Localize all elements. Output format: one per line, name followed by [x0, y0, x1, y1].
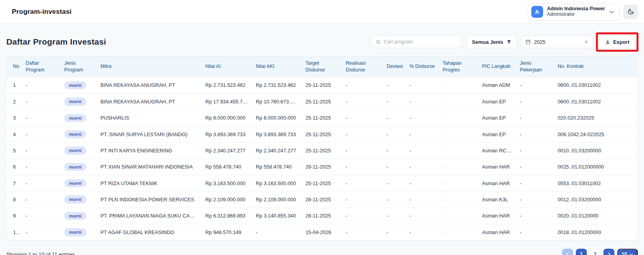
- table-row[interactable]: 2 - murni BINA REKAYASA ANUGRAH, PT Rp 1…: [7, 94, 638, 110]
- cell-nilai-ai: Rp 3.893.369.733: [201, 126, 252, 142]
- cell-jenis-program: murni: [60, 77, 97, 93]
- table-row[interactable]: 10 - murni PT AGAF GLOBAL KREASINDO Rp 9…: [7, 224, 638, 240]
- cell-daftar-program: -: [22, 126, 60, 142]
- cell-nilai-aki: Rp 558.478.740: [252, 159, 302, 175]
- table-row[interactable]: 9 - murni PT. PRIMA LAYANAN NIAGA SUKU C…: [7, 208, 638, 224]
- cell-realisasi-disburse: -: [342, 142, 383, 159]
- col-no: No: [7, 56, 22, 77]
- cell-target-disburse: 25-11-2025: [302, 110, 342, 126]
- table-row[interactable]: 7 - murni PT RIZA UTAMA TEKNIK Rp 3.163.…: [7, 175, 638, 191]
- type-filter-button[interactable]: Semua Jenis: [466, 36, 517, 48]
- col-no-kontrak: No. Kontrak: [554, 56, 638, 77]
- table-row[interactable]: 8 - murni PT PLN INDONESIA POWER SERVICE…: [7, 191, 638, 208]
- cell-mitra: PT PLN INDONESIA POWER SERVICES: [97, 191, 201, 208]
- search-input[interactable]: [384, 39, 457, 45]
- prev-page-button[interactable]: [562, 249, 573, 255]
- cell-tahapan-progres: -: [439, 208, 478, 224]
- cell-daftar-program: -: [22, 208, 60, 224]
- cell-realisasi-disburse: -: [342, 224, 383, 240]
- cell-nilai-aki: Rp 3.893.369.733: [252, 126, 302, 142]
- table-row[interactable]: 5 - murni PT INTI KARYA ENGINEERING Rp 2…: [7, 142, 638, 159]
- cell-daftar-program: -: [22, 94, 60, 110]
- cell-mitra: PT. PRIMA LAYANAN NIAGA SUKU CADANG: [97, 208, 201, 224]
- topbar: Program-investasi A Admin Indonesia Powe…: [0, 0, 644, 24]
- cell-tahapan-progres: -: [439, 159, 478, 175]
- year-picker[interactable]: 2025 ✕: [521, 36, 593, 48]
- cell-no: 2: [7, 94, 22, 110]
- cell-jenis-pekerjaan: -: [516, 208, 554, 224]
- page-content: Daftar Program Investasi Semua Jenis 202…: [0, 33, 644, 255]
- cell-nilai-ai: Rp 2.340.247.277: [201, 142, 252, 159]
- cell-pct-disburse: -: [406, 77, 439, 93]
- col-target-disburse: Target Disburse: [302, 56, 342, 77]
- type-filter-label: Semua Jenis: [472, 39, 503, 45]
- cell-realisasi-disburse: -: [342, 126, 383, 142]
- dark-mode-toggle[interactable]: [624, 5, 638, 19]
- jenis-program-badge: murni: [64, 228, 86, 236]
- cell-nilai-aki: -: [252, 224, 302, 240]
- cell-pic-langkah: Asman HAR: [478, 159, 516, 175]
- cell-target-disburse: 25-11-2025: [302, 126, 342, 142]
- search-icon: [376, 39, 381, 45]
- cell-pct-disburse: -: [406, 159, 439, 175]
- cell-mitra: BINA REKAYASA ANUGRAH, PT: [97, 77, 201, 93]
- showing-entries-text: Showing 1 to 10 of 11 entries: [6, 251, 75, 255]
- cell-deviasi: -: [383, 110, 406, 126]
- cell-tahapan-progres: -: [439, 126, 478, 142]
- table-footer: Showing 1 to 10 of 11 entries 1 2 10: [6, 249, 638, 255]
- cell-pct-disburse: -: [406, 94, 439, 110]
- page-1-button[interactable]: 1: [576, 249, 587, 255]
- user-menu[interactable]: A Admin Indonesia Power Administrator: [528, 3, 620, 21]
- export-button[interactable]: Export: [599, 36, 635, 49]
- col-nilai-aki: Nilai AKI: [252, 56, 302, 77]
- cell-daftar-program: -: [22, 77, 60, 93]
- cell-no: 1: [7, 77, 22, 93]
- cell-pic-langkah: Asman HAR: [478, 175, 516, 191]
- cell-no: 5: [7, 142, 22, 159]
- cell-deviasi: -: [383, 208, 406, 224]
- table-row[interactable]: 4 - murni PT. SINAR SURYA LESTARI (BANDO…: [7, 126, 638, 142]
- cell-no-kontrak: 0020..01.0120000: [554, 208, 638, 224]
- cell-no-kontrak: 0600..01.03011002: [554, 94, 638, 110]
- jenis-program-badge: murni: [64, 81, 86, 89]
- cell-no: 6: [7, 159, 22, 175]
- cell-jenis-pekerjaan: -: [516, 175, 554, 191]
- cell-deviasi: -: [383, 159, 406, 175]
- cell-daftar-program: -: [22, 110, 60, 126]
- cell-mitra: PT INTI KARYA ENGINEERING: [97, 142, 201, 159]
- cell-deviasi: -: [383, 224, 406, 240]
- table-row[interactable]: 6 - murni PT XIAN SINAR MATAHARI INDONES…: [7, 159, 638, 175]
- cell-nilai-ai: Rp 946.570.149: [201, 224, 252, 240]
- jenis-program-badge: murni: [64, 163, 86, 171]
- cell-tahapan-progres: -: [439, 224, 478, 240]
- download-icon: [605, 39, 610, 45]
- cell-jenis-pekerjaan: -: [516, 126, 554, 142]
- cell-mitra: PT AGAF GLOBAL KREASINDO: [97, 224, 201, 240]
- page-size-dropdown[interactable]: 10: [617, 249, 638, 255]
- col-tahapan-progres: Tahapan Progres: [439, 56, 478, 77]
- next-page-button[interactable]: [603, 249, 614, 255]
- cell-no-kontrak: 0018..01.01200000: [554, 224, 638, 240]
- cell-nilai-aki: Rp 3.163.500.000: [252, 175, 302, 191]
- table-row[interactable]: 1 - murni BINA REKAYASA ANUGRAH, PT Rp 2…: [7, 77, 638, 93]
- cell-no-kontrak: 0025..01.012000000: [554, 159, 638, 175]
- cell-jenis-pekerjaan: -: [516, 110, 554, 126]
- topbar-actions: A Admin Indonesia Power Administrator: [528, 3, 638, 21]
- table-row[interactable]: 3 - murni PUSHARLIS Rp 8.000.000.000 Rp …: [7, 110, 638, 126]
- clear-year-icon[interactable]: ✕: [584, 39, 588, 45]
- cell-daftar-program: -: [22, 224, 60, 240]
- cell-deviasi: -: [383, 175, 406, 191]
- calendar-icon: [525, 39, 531, 45]
- cell-jenis-pekerjaan: -: [516, 191, 554, 208]
- col-nilai-ai: Nilai AI: [201, 56, 252, 77]
- cell-no-kontrak: 0012..01.03200000: [554, 191, 638, 208]
- cell-pic-langkah: Asman RCBM: [478, 142, 516, 159]
- cell-nilai-aki: Rp 10.760.673.451: [252, 94, 302, 110]
- search-box[interactable]: [370, 36, 462, 48]
- col-jenis-pekerjaan: Jenis Pekerjaan: [516, 56, 554, 77]
- filter-icon: [506, 39, 512, 45]
- cell-jenis-program: murni: [60, 191, 97, 208]
- cell-jenis-pekerjaan: -: [516, 77, 554, 93]
- page-2-button[interactable]: 2: [590, 249, 601, 255]
- cell-realisasi-disburse: -: [342, 94, 383, 110]
